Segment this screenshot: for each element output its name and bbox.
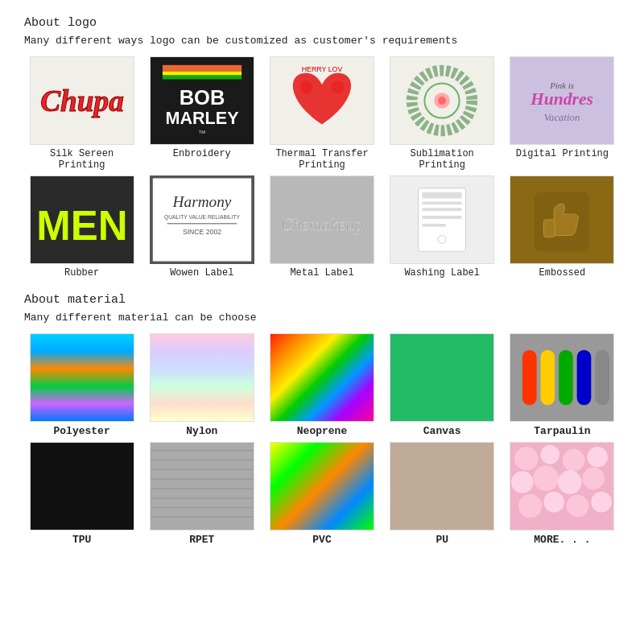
svg-text:MARLEY: MARLEY <box>165 108 239 128</box>
list-item: Nylon <box>144 333 259 437</box>
svg-text:Chupa: Chupa <box>40 85 124 118</box>
svg-point-63 <box>512 471 534 493</box>
list-item: Harmony QUALITY VALUE RELIABILITY SINCE … <box>144 175 259 279</box>
svg-point-11 <box>332 80 345 93</box>
pvc-image <box>270 442 374 530</box>
chupa-image: Chupa <box>30 56 134 145</box>
men-label: Rubber <box>64 267 99 279</box>
list-item: Chemakeup Metal Label <box>264 175 379 279</box>
list-item: PU <box>385 442 500 546</box>
svg-text:QUALITY VALUE RELIABILITY: QUALITY VALUE RELIABILITY <box>164 214 241 221</box>
harmony-label: Wowen Label <box>170 267 233 279</box>
svg-point-69 <box>567 495 588 517</box>
svg-point-66 <box>583 467 605 489</box>
metal-label: Metal Label <box>290 267 353 279</box>
canvas-label: Canvas <box>423 425 461 437</box>
rpet-image <box>150 442 254 530</box>
washing-image <box>390 175 494 264</box>
list-item: MORE. . . <box>505 442 620 546</box>
polyester-image <box>30 333 134 422</box>
svg-point-59 <box>514 447 538 470</box>
metal-image: Chemakeup <box>270 175 374 264</box>
svg-point-10 <box>299 80 312 93</box>
material-row2: TPU RPET <box>24 442 620 546</box>
list-item: HERRY LOV Thermal Transfer Printing <box>264 56 379 171</box>
neoprene-image <box>270 333 374 422</box>
svg-rect-5 <box>163 76 242 80</box>
svg-text:MEN: MEN <box>36 203 127 249</box>
logo-row2: MEN Rubber Harmony QUALITY VALUE RELIABI… <box>24 175 620 279</box>
svg-point-17 <box>438 97 446 105</box>
men-image: MEN <box>30 175 134 264</box>
bob-image: BOB MARLEY ™ <box>150 56 254 145</box>
svg-rect-43 <box>522 350 537 406</box>
heart-label: Thermal Transfer Printing <box>264 148 379 171</box>
more-image <box>510 442 614 530</box>
list-item: Embossed <box>505 175 620 279</box>
svg-rect-35 <box>423 208 462 211</box>
list-item: Polyester <box>24 333 139 437</box>
embossed-image <box>510 175 614 264</box>
svg-rect-46 <box>577 350 592 406</box>
about-material-title: About material <box>24 293 620 307</box>
list-item: BOB MARLEY ™ Enbroidery <box>144 56 259 171</box>
svg-rect-36 <box>423 216 462 219</box>
list-item: Canvas <box>385 333 500 437</box>
svg-rect-41 <box>544 220 555 237</box>
list-item: Washing Label <box>385 175 500 279</box>
wreath-image <box>390 56 494 145</box>
washing-label: Washing Label <box>404 267 480 279</box>
rpet-label: RPET <box>189 534 214 546</box>
svg-point-70 <box>592 492 613 513</box>
pvc-label: PVC <box>312 534 331 546</box>
svg-point-67 <box>518 494 542 518</box>
polyester-label: Polyester <box>53 425 109 437</box>
bob-label: Enbroidery <box>173 148 231 159</box>
list-item: Neoprene <box>264 333 379 437</box>
list-item: MEN Rubber <box>24 175 139 279</box>
svg-rect-45 <box>559 350 573 406</box>
about-logo-title: About logo <box>24 16 620 30</box>
svg-rect-4 <box>163 72 242 76</box>
svg-point-60 <box>541 445 560 464</box>
wreath-label: Sublimation Printing <box>385 148 500 171</box>
tarpaulin-image <box>510 333 614 422</box>
about-material-section: About material Many different material c… <box>24 293 620 546</box>
nylon-label: Nylon <box>186 425 217 437</box>
svg-point-64 <box>534 465 559 490</box>
list-item: Tarpaulin <box>505 333 620 437</box>
svg-point-65 <box>558 470 581 493</box>
svg-text:HERRY LOV: HERRY LOV <box>302 65 343 73</box>
tpu-image <box>30 442 134 530</box>
about-material-subtitle: Many different material can be choose <box>24 312 620 324</box>
hundres-image: Pink is Hundres Vacation <box>510 56 614 145</box>
pu-image <box>390 442 494 530</box>
list-item: Sublimation Printing <box>385 56 500 171</box>
nylon-image <box>150 333 254 422</box>
more-label: MORE. . . <box>534 534 590 546</box>
about-logo-subtitle: Many different ways logo can be customiz… <box>24 35 620 47</box>
list-item: TPU <box>24 442 139 546</box>
svg-text:Harmony: Harmony <box>171 193 231 210</box>
list-item: Chupa Silk Sereen Printing <box>24 56 139 171</box>
heart-image: HERRY LOV <box>270 56 374 145</box>
svg-point-61 <box>563 449 584 471</box>
material-row1: Polyester Nylon Neoprene Canvas <box>24 333 620 437</box>
list-item: PVC <box>264 442 379 546</box>
svg-text:Hundres: Hundres <box>530 89 593 109</box>
pu-label: PU <box>436 534 448 546</box>
harmony-image: Harmony QUALITY VALUE RELIABILITY SINCE … <box>150 175 254 264</box>
canvas-image <box>390 333 494 422</box>
neoprene-label: Neoprene <box>297 425 347 437</box>
tarpaulin-label: Tarpaulin <box>534 425 590 437</box>
svg-text:™: ™ <box>198 129 206 138</box>
hundres-label: Digital Printing <box>516 148 609 159</box>
svg-text:SINCE 2002: SINCE 2002 <box>183 228 221 236</box>
logo-row1: Chupa Silk Sereen Printing BOB MARLEY ™ <box>24 56 620 171</box>
svg-text:Vacation: Vacation <box>544 112 580 123</box>
tpu-label: TPU <box>72 534 91 546</box>
list-item: RPET <box>144 442 259 546</box>
list-item: Pink is Hundres Vacation Digital Printin… <box>505 56 620 171</box>
about-logo-section: About logo Many different ways logo can … <box>24 16 620 279</box>
embossed-label: Embossed <box>539 267 586 279</box>
